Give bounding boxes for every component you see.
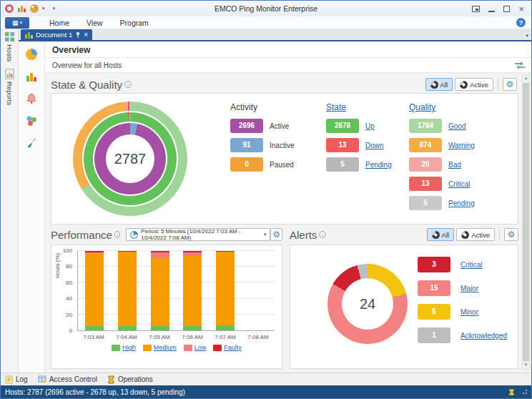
stacked-bar[interactable] [216, 251, 235, 330]
status-link[interactable]: Critical [448, 180, 471, 188]
performance-chart[interactable]: Hosts (%) 020406080100 7:03 AM7:04 AM7:0… [57, 251, 276, 357]
hosts-icon [4, 31, 15, 42]
menu-program[interactable]: Program [112, 19, 157, 27]
state-header-link[interactable]: State [326, 102, 423, 112]
refresh-hosts-button[interactable] [514, 61, 526, 70]
resize-grip[interactable] [521, 389, 527, 395]
quality-header-link[interactable]: Quality [409, 102, 506, 112]
tab-document-1[interactable]: Document 1 × [21, 29, 92, 40]
tray-button[interactable] [472, 6, 480, 12]
close-tab-icon[interactable]: × [84, 31, 88, 39]
alerts-legend: 3Critical15Major5Minor1Acknowledged [418, 257, 507, 351]
menu-view[interactable]: View [78, 19, 112, 27]
sq-filter-all-button[interactable]: All [425, 78, 453, 91]
status-link[interactable]: Warning [448, 142, 475, 149]
status-link[interactable]: Pending [448, 200, 475, 207]
performance-bars-icon[interactable] [26, 71, 38, 82]
close-button[interactable]: × [518, 4, 524, 14]
status-link[interactable]: Up [365, 122, 375, 130]
scroll-down-icon[interactable]: ▼ [524, 362, 528, 369]
y-tick-label: 80 [66, 263, 72, 270]
activity-header: Activity [230, 102, 327, 112]
quality-arrows-icon[interactable] [26, 137, 37, 149]
bar-slot [144, 251, 177, 330]
legend-item: Faulty [213, 344, 242, 351]
status-badge: 3 [418, 257, 450, 272]
log-icon [5, 375, 13, 384]
pin-icon[interactable] [75, 31, 81, 38]
status-link[interactable]: Minor [460, 308, 478, 316]
status-row: 1784Good [409, 119, 506, 133]
scrollbar-thumb[interactable] [523, 83, 529, 361]
tab-access-control[interactable]: Access Control [38, 375, 97, 383]
bar-segment-medium [183, 256, 202, 327]
x-tick-label: 7:07 AM [209, 334, 242, 340]
status-row: 2696Active [230, 119, 327, 133]
chevron-down-icon: ▾ [264, 232, 267, 237]
status-badge: 5 [418, 304, 450, 320]
status-row: 5Pending [326, 157, 423, 172]
status-link[interactable]: Bad [448, 161, 461, 169]
status-link[interactable]: Major [460, 285, 478, 292]
stacked-bar[interactable] [183, 251, 202, 330]
status-row: 1Acknowledged [418, 327, 507, 343]
vertical-scrollbar[interactable]: ▲ ▼ [522, 74, 530, 370]
x-tick-label: 7:04 AM [110, 334, 143, 340]
status-link[interactable]: Pending [365, 161, 392, 169]
sidebar-tab-hosts[interactable]: Hosts [4, 31, 15, 61]
legend-link[interactable]: Low [194, 344, 207, 351]
alerts-filter-all-button[interactable]: All [427, 228, 455, 241]
chart-legend: HighMediumLowFaulty [77, 344, 276, 351]
x-tick-label: 7:06 AM [176, 334, 209, 340]
activity-column: Activity 2696Active91Inactive0Paused [230, 102, 327, 177]
minimize-button[interactable] [488, 6, 495, 12]
legend-link[interactable]: Faulty [224, 344, 242, 351]
info-icon: i [114, 231, 120, 238]
tab-operations[interactable]: Operations [107, 375, 153, 384]
alerts-filter-active-button[interactable]: Active [456, 228, 495, 241]
app-menu-button[interactable]: ▦▾ [5, 17, 29, 29]
scroll-up-icon[interactable]: ▲ [524, 75, 528, 82]
legend-link[interactable]: Medium [154, 344, 177, 351]
status-row: 5Minor [418, 304, 507, 320]
legend-link[interactable]: High [122, 344, 136, 351]
tab-log[interactable]: Log [5, 375, 28, 384]
alerts-settings-button[interactable]: ⚙ [504, 228, 518, 241]
y-tick-label: 60 [66, 280, 72, 286]
document-tab-strip: Document 1 × ▾ [19, 29, 531, 41]
sq-filter-active-button[interactable]: Active [455, 78, 493, 91]
status-link[interactable]: Critical [460, 261, 483, 269]
state-quality-title: State & Quality [51, 79, 122, 91]
state-circles-icon[interactable] [26, 115, 37, 127]
bottom-tab-bar: Log Access Control Operations [1, 373, 531, 385]
bar-slot [78, 251, 111, 330]
status-badge: 2678 [326, 119, 359, 133]
stacked-bar[interactable] [151, 251, 169, 330]
period-dropdown[interactable]: Period: 5 Minutes (10/4/2022 7:03 AM - 1… [126, 228, 270, 241]
tab-label: Hosts [6, 44, 14, 61]
page-subtitle: Overview for all Hosts [52, 61, 122, 69]
tab-list-dropdown-icon[interactable]: ▾ [526, 33, 528, 39]
alerts-title: Alerts [290, 229, 317, 241]
x-tick-label: 7:08 AM [242, 334, 275, 340]
sidebar-tab-reports[interactable]: Reports [4, 69, 15, 105]
status-link[interactable]: Good [448, 122, 466, 130]
state-quality-donut-chart[interactable]: 2787 [73, 102, 187, 216]
performance-settings-button[interactable]: ⚙ [270, 228, 282, 241]
status-link[interactable]: Acknowledged [460, 332, 507, 340]
sq-settings-button[interactable]: ⚙ [503, 78, 517, 91]
alerts-bell-icon[interactable] [26, 93, 37, 104]
menu-home[interactable]: Home [41, 19, 78, 27]
stacked-bar[interactable] [118, 251, 137, 330]
stacked-bar[interactable] [85, 251, 104, 330]
overview-pie-icon[interactable] [26, 49, 37, 60]
state-column: State 2678Up13Down5Pending [326, 102, 423, 177]
bar-segment-high [151, 326, 169, 330]
maximize-button[interactable] [503, 6, 510, 12]
y-tick-label: 100 [63, 247, 72, 254]
alerts-donut-chart[interactable]: 24 [327, 264, 408, 344]
help-button[interactable]: ? [516, 18, 526, 27]
legend-item: Medium [143, 344, 177, 351]
status-link[interactable]: Down [365, 142, 384, 149]
status-row: 5Pending [409, 196, 506, 210]
